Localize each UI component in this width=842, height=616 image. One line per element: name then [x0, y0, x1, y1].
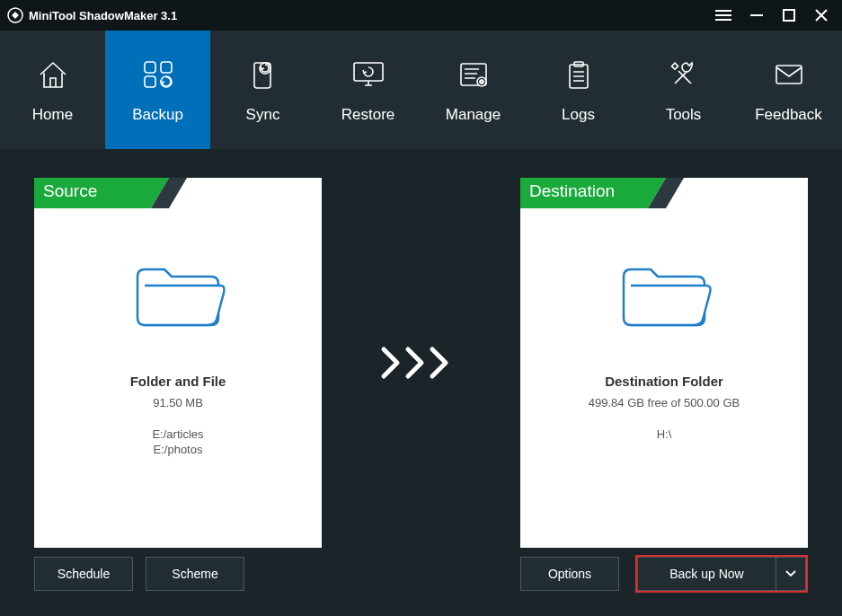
- svg-rect-7: [354, 63, 383, 81]
- feedback-icon: [771, 56, 807, 93]
- tab-restore[interactable]: Restore: [315, 31, 421, 149]
- tab-home[interactable]: Home: [0, 31, 105, 149]
- tab-sync[interactable]: Sync: [210, 31, 315, 149]
- tab-backup[interactable]: Backup: [105, 31, 210, 149]
- backup-now-button[interactable]: Back up Now: [637, 557, 776, 591]
- destination-free: 499.84 GB free of 500.00 GB: [520, 396, 808, 409]
- destination-header: Destination: [520, 178, 727, 208]
- svg-rect-13: [671, 63, 678, 69]
- destination-type: Destination Folder: [520, 374, 808, 389]
- source-path-2: E:/photos: [34, 443, 322, 458]
- tab-logs[interactable]: Logs: [526, 31, 631, 149]
- tab-home-label: Home: [32, 106, 73, 124]
- svg-rect-14: [776, 66, 802, 84]
- tab-logs-label: Logs: [562, 106, 595, 124]
- tab-backup-label: Backup: [132, 106, 183, 124]
- backup-icon: [140, 56, 176, 93]
- logs-icon: [561, 56, 597, 93]
- backup-now-group: Back up Now: [635, 555, 808, 593]
- svg-rect-1: [784, 10, 794, 21]
- restore-icon: [349, 56, 388, 93]
- main-content: Source Folder and File 91.50 MB E:/artic…: [0, 149, 842, 616]
- title-bar: MiniTool ShadowMaker 3.1: [0, 0, 842, 31]
- tab-tools-label: Tools: [666, 106, 702, 124]
- source-paths: E:/articles E:/photos: [34, 427, 322, 458]
- home-icon: [35, 56, 71, 93]
- app-title: MiniTool ShadowMaker 3.1: [29, 9, 714, 22]
- main-toolbar: Home Backup Sync Restore Manage Logs T: [0, 31, 842, 149]
- maximize-icon[interactable]: [781, 7, 797, 23]
- chevron-down-icon: [785, 570, 796, 577]
- source-header: Source: [34, 178, 232, 208]
- app-logo-icon: [7, 7, 23, 23]
- tab-sync-label: Sync: [246, 106, 280, 124]
- source-path-1: E:/articles: [34, 427, 322, 443]
- svg-rect-2: [145, 62, 155, 73]
- close-icon[interactable]: [813, 7, 829, 23]
- tab-feedback[interactable]: Feedback: [736, 31, 841, 149]
- destination-header-text: Destination: [529, 181, 615, 201]
- sync-icon: [245, 56, 281, 93]
- svg-rect-3: [161, 62, 172, 73]
- bottom-bar: Schedule Scheme Options Back up Now: [34, 555, 808, 593]
- tab-tools[interactable]: Tools: [631, 31, 736, 149]
- arrow-icon: [372, 340, 471, 385]
- tab-feedback-label: Feedback: [755, 106, 822, 124]
- tab-manage[interactable]: Manage: [421, 31, 526, 149]
- options-button[interactable]: Options: [520, 557, 619, 591]
- source-size: 91.50 MB: [34, 396, 322, 409]
- scheme-button[interactable]: Scheme: [146, 557, 244, 591]
- tab-manage-label: Manage: [446, 106, 501, 124]
- destination-paths: H:\: [520, 427, 808, 443]
- backup-now-dropdown[interactable]: [776, 557, 806, 591]
- destination-path: H:\: [520, 427, 808, 443]
- source-header-text: Source: [43, 181, 97, 201]
- svg-rect-4: [145, 76, 155, 87]
- manage-icon: [456, 56, 492, 93]
- tab-restore-label: Restore: [341, 106, 395, 124]
- source-type: Folder and File: [34, 374, 322, 389]
- source-panel[interactable]: Source Folder and File 91.50 MB E:/artic…: [34, 178, 322, 548]
- tools-icon: [666, 56, 702, 93]
- minimize-icon[interactable]: [749, 7, 765, 23]
- menu-icon[interactable]: [714, 9, 732, 22]
- destination-panel[interactable]: Destination Destination Folder 499.84 GB…: [520, 178, 808, 548]
- schedule-button[interactable]: Schedule: [34, 557, 133, 591]
